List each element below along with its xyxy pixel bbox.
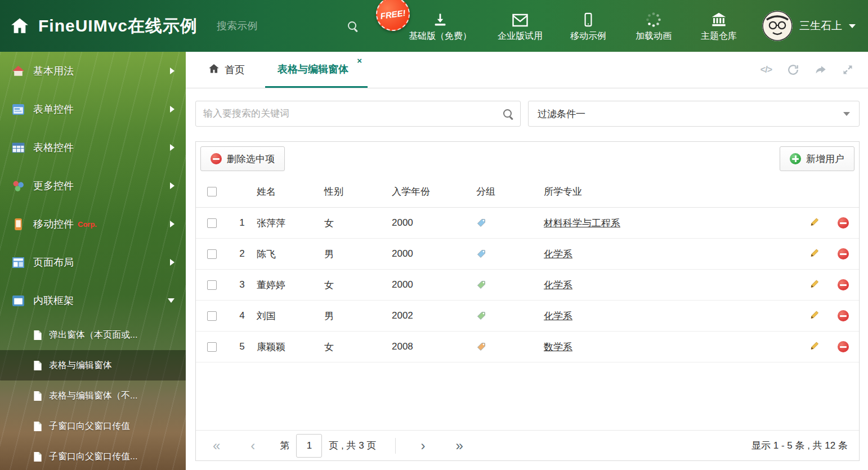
column-header-group[interactable]: 分组 [476,185,544,198]
last-page-icon[interactable]: » [450,439,468,453]
cell-year: 2000 [392,279,476,290]
delete-selected-button[interactable]: 删除选中项 [200,146,285,171]
sidebar-subitem-child-to-parent-2[interactable]: 子窗口向父窗口传值... [0,441,186,470]
avatar [762,11,793,41]
filter-dropdown[interactable]: 过滤条件一 [528,101,860,127]
sidebar-item-mobile-controls[interactable]: 移动控件 Corp. [0,205,186,243]
page-label-prefix: 第 [280,439,289,452]
nav-basic-edition[interactable]: FREE! 基础版（免费） [409,10,472,42]
prev-page-icon[interactable]: ‹ [245,439,261,453]
cell-group [476,249,544,259]
major-link[interactable]: 化学系 [544,280,572,290]
cell-name: 陈飞 [257,248,324,261]
cell-major: 化学系 [544,248,802,261]
column-header-major[interactable]: 所学专业 [544,185,802,198]
bank-icon [710,10,727,28]
delete-icon[interactable] [838,341,849,352]
spinner-icon [646,10,661,28]
caret-down-icon [843,112,850,116]
sidebar-item-more-controls[interactable]: 更多控件 Corp. [0,167,186,205]
table-icon [11,141,25,154]
user-name: 三生石上 [799,19,842,33]
major-link[interactable]: 数学系 [544,342,572,352]
home-icon [11,64,25,78]
table-row: 2 陈飞 男 2000 化学系 [196,239,859,270]
first-page-icon[interactable]: « [207,439,226,453]
caret-down-icon [849,24,856,28]
column-header-name[interactable]: 姓名 [257,185,324,198]
sidebar-item-form-controls[interactable]: 表单控件 [0,90,186,128]
cell-year: 2008 [392,341,476,352]
header-search [217,20,335,32]
major-link[interactable]: 化学系 [544,311,572,321]
sidebar-subitem-grid-edit-window-2[interactable]: 表格与编辑窗体（不... [0,381,186,411]
sidebar-item-basic-usage[interactable]: 基本用法 [0,52,186,90]
edit-icon[interactable] [809,278,820,292]
minus-icon [211,153,222,164]
column-header-year[interactable]: 入学年份 [392,185,476,198]
refresh-icon[interactable] [787,64,799,76]
sidebar-subitem-label: 子窗口向父窗口传值... [49,451,137,463]
chevron-right-icon [170,106,175,113]
delete-icon[interactable] [838,279,849,290]
brand[interactable]: FineUIMvc在线示例 [0,15,198,38]
nav-label: 移动示例 [570,30,606,42]
row-checkbox[interactable] [207,342,217,352]
page-icon [33,360,42,371]
edit-icon[interactable] [809,247,820,261]
tab-grid-edit-window[interactable]: 表格与编辑窗体 × [265,52,368,88]
cell-name: 刘国 [257,310,324,323]
source-code-icon[interactable]: </> [760,65,772,75]
sidebar-subitem-child-to-parent[interactable]: 子窗口向父窗口传值 [0,411,186,441]
cell-group [476,311,544,321]
row-checkbox[interactable] [207,218,217,228]
nav-mobile-demo[interactable]: 移动示例 [569,10,608,42]
top-header: FineUIMvc在线示例 FREE! 基础版（免费） 企业版试用 [0,0,868,52]
major-link[interactable]: 化学系 [544,249,572,259]
nav-label: 企业版试用 [498,30,543,42]
edit-icon[interactable] [809,340,820,354]
close-icon[interactable]: × [357,56,362,65]
edit-icon[interactable] [809,309,820,323]
delete-icon[interactable] [838,217,849,229]
nav-enterprise-trial[interactable]: 企业版试用 [498,10,543,42]
sidebar-subitem-popup-window[interactable]: 弹出窗体（本页面或... [0,320,186,350]
add-user-button[interactable]: 新增用户 [780,146,854,171]
row-checkbox[interactable] [207,249,217,259]
nav-loading-animations[interactable]: 加载动画 [634,10,673,42]
page-icon [33,451,42,462]
select-all-checkbox[interactable] [207,187,217,196]
tag-icon [476,280,486,290]
search-icon[interactable] [503,109,513,119]
sidebar-subitem-label: 表格与编辑窗体（不... [49,390,137,402]
table-empty-space [196,362,859,430]
column-header-gender[interactable]: 性别 [324,185,392,198]
tab-home[interactable]: 首页 [196,52,257,88]
sidebar-subitem-grid-edit-window[interactable]: 表格与编辑窗体 [0,350,186,381]
cell-major: 材料科学与工程系 [544,217,802,230]
page-number-input[interactable] [296,434,322,458]
next-page-icon[interactable]: › [415,439,431,453]
user-menu[interactable]: 三生石上 [762,11,856,41]
sidebar-item-page-layout[interactable]: 页面布局 [0,243,186,281]
pager-divider [395,438,396,454]
cell-name: 张萍萍 [257,217,324,230]
edit-icon[interactable] [809,216,820,230]
sidebar-item-inline-frame[interactable]: 内联框架 [0,281,186,320]
row-checkbox[interactable] [207,280,217,290]
table-row: 5 康颖颖 女 2008 数学系 [196,332,859,362]
expand-icon[interactable] [842,64,853,75]
share-icon[interactable] [815,64,827,76]
nav-label: 加载动画 [636,30,672,42]
delete-icon[interactable] [838,248,849,259]
sidebar-item-grid-controls[interactable]: 表格控件 [0,128,186,167]
page-icon [33,329,42,341]
page-label-suffix: 页 , 共 3 页 [329,439,376,452]
header-search-input[interactable] [217,20,347,32]
major-link[interactable]: 材料科学与工程系 [544,218,620,229]
work-area: 过滤条件一 删除选中项 新增用户 [186,88,868,470]
keyword-input[interactable] [195,101,521,127]
delete-icon[interactable] [838,310,849,321]
row-checkbox[interactable] [207,311,217,321]
nav-theme-store[interactable]: 主题仓库 [699,10,739,42]
